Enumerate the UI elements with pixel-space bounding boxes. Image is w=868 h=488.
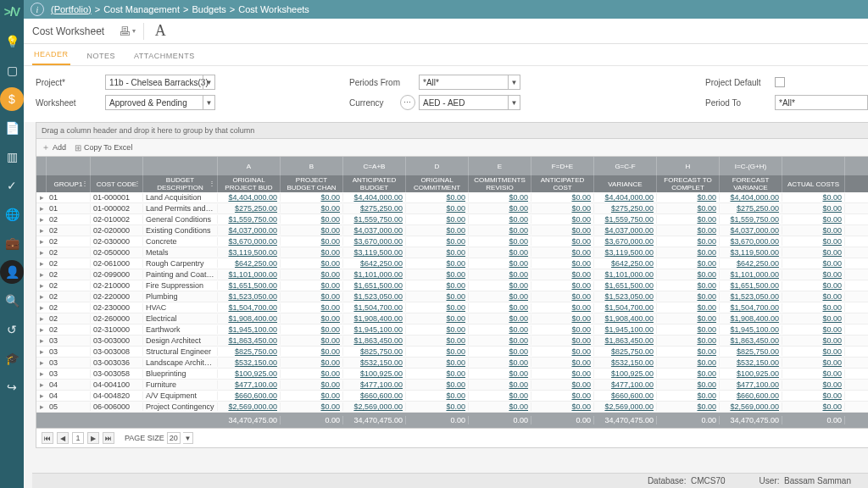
doc-icon[interactable]: 📄 [0, 116, 24, 140]
pager-page[interactable]: 1 [72, 432, 84, 444]
grid-body: ▸0101-000001Land Acquisition$4,404,000.0… [36, 192, 868, 413]
expand-icon[interactable]: ▸ [36, 391, 47, 400]
table-row[interactable]: ▸0202-220000Plumbing$1,523,050.00$0.00$1… [36, 291, 868, 302]
table-row[interactable]: ▸0101-000001Land Acquisition$4,404,000.0… [36, 192, 868, 203]
tabs: HEADER NOTES ATTACHMENTS [24, 44, 868, 66]
search-icon[interactable]: 🔍 [0, 289, 24, 313]
history-icon[interactable]: ↺ [0, 318, 24, 341]
page-title: Cost Worksheet [32, 25, 104, 37]
breadcrumb: i (Portfolio) > Cost Management > Budget… [24, 0, 868, 19]
worksheet-select[interactable]: Approved & Pending▼ [105, 95, 215, 110]
font-button[interactable]: A [149, 21, 171, 42]
bulb-icon[interactable]: 💡 [0, 30, 24, 53]
grid-toolbar: ＋Add ⊞Copy To Excel [36, 139, 868, 157]
pager-prev[interactable]: ◀ [57, 432, 69, 444]
table-row[interactable]: ▸0202-061000Rough Carpentry$642,250.00$0… [36, 258, 868, 269]
project-select[interactable]: 11b - Chelsea Barracks(3)▼ [105, 75, 215, 90]
expand-icon[interactable]: ▸ [36, 358, 47, 367]
table-row[interactable]: ▸0404-004820A/V Equipment$660,600.00$0.0… [36, 391, 868, 402]
group-bar[interactable]: Drag a column header and drop it here to… [36, 123, 868, 139]
currency-picker-button[interactable]: ⋯ [400, 95, 415, 110]
table-row[interactable]: ▸0404-004100Furniture$477,100.00$0.00$47… [36, 380, 868, 391]
pager-next[interactable]: ▶ [87, 432, 99, 444]
table-row[interactable]: ▸0202-030000Concrete$3,670,000.00$0.00$3… [36, 236, 868, 247]
breadcrumb-seg1: Cost Management [103, 4, 180, 14]
globe-icon[interactable]: 🌐 [0, 202, 24, 226]
project-default-checkbox[interactable] [775, 77, 785, 87]
breadcrumb-portfolio[interactable]: (Portfolio) [51, 4, 92, 14]
table-row[interactable]: ▸0202-010002General Conditions$1,559,750… [36, 214, 868, 225]
table-row[interactable]: ▸0202-260000Electrical$1,908,400.00$0.00… [36, 313, 868, 324]
add-button[interactable]: ＋Add [42, 141, 66, 153]
print-button[interactable]: 🖶 [116, 21, 138, 42]
app-logo: >/V [4, 5, 19, 19]
expand-icon[interactable]: ▸ [36, 248, 47, 257]
worksheet-label: Worksheet [36, 98, 105, 108]
expand-icon[interactable]: ▸ [36, 303, 47, 312]
person-icon[interactable]: 👤 [0, 260, 24, 284]
currency-select[interactable]: AED - AED▼ [419, 95, 520, 110]
project-default-label: Project Default [705, 78, 775, 87]
project-label: Project* [36, 78, 105, 87]
dollar-icon[interactable]: $ [0, 87, 24, 111]
briefcase-icon[interactable]: 💼 [0, 231, 24, 255]
expand-icon[interactable]: ▸ [36, 402, 47, 411]
pager: ⏮ ◀ 1 ▶ ⏭ PAGE SIZE 20 ▼ [36, 428, 868, 447]
table-row[interactable]: ▸0101-000002Land Permits and Fees$275,25… [36, 203, 868, 214]
table-row[interactable]: ▸0202-230000HVAC$1,504,700.00$0.00$1,504… [36, 302, 868, 313]
expand-icon[interactable]: ▸ [36, 270, 47, 279]
logout-icon[interactable]: ↪ [0, 375, 24, 399]
table-row[interactable]: ▸0303-003058Blueprinting$100,925.00$0.00… [36, 369, 868, 380]
expand-icon[interactable]: ▸ [36, 193, 47, 202]
status-user: Bassam Samman [784, 476, 851, 485]
table-row[interactable]: ▸0202-020000Existing Conditions$4,037,00… [36, 225, 868, 236]
info-icon[interactable]: i [31, 3, 44, 16]
period-to-select[interactable]: *All*▼ [775, 95, 868, 110]
table-row[interactable]: ▸0303-003008Structural Engineer$825,750.… [36, 347, 868, 358]
expand-icon[interactable]: ▸ [36, 204, 47, 213]
period-to-label: Period To [705, 98, 775, 108]
expand-icon[interactable]: ▸ [36, 292, 47, 301]
form-area: Project* 11b - Chelsea Barracks(3)▼ Peri… [24, 66, 868, 122]
expand-icon[interactable]: ▸ [36, 347, 47, 356]
expand-icon[interactable]: ▸ [36, 325, 47, 334]
table-row[interactable]: ▸0506-006000Project Contingency$2,569,00… [36, 402, 868, 413]
expand-icon[interactable]: ▸ [36, 215, 47, 224]
tab-notes[interactable]: NOTES [86, 47, 118, 65]
expand-icon[interactable]: ▸ [36, 314, 47, 323]
page-size-caret[interactable]: ▼ [183, 432, 193, 444]
check-icon[interactable]: ✓ [0, 174, 24, 197]
breadcrumb-seg3: Cost Worksheets [238, 4, 309, 14]
table-row[interactable]: ▸0202-310000Earthwork$1,945,100.00$0.00$… [36, 324, 868, 336]
table-row[interactable]: ▸0202-210000Fire Suppression$1,651,500.0… [36, 280, 868, 291]
expand-icon[interactable]: ▸ [36, 226, 47, 235]
expand-icon[interactable]: ▸ [36, 237, 47, 246]
grid-band-header: AB C=A+BD EF=D+E G=C-FH I=C-(G+H) [36, 157, 868, 175]
building-icon[interactable]: ▥ [0, 145, 24, 169]
grid-column-header[interactable]: GROUP1⋮ COST CODE⋮ BUDGET DESCRIPTION⋮ O… [36, 175, 868, 192]
clipboard-icon[interactable]: ▢ [0, 58, 24, 82]
table-row[interactable]: ▸0202-050000Metals$3,119,500.00$0.00$3,1… [36, 247, 868, 258]
expand-icon[interactable]: ▸ [36, 336, 47, 345]
expand-icon[interactable]: ▸ [36, 380, 47, 389]
excel-icon: ⊞ [75, 143, 81, 152]
table-row[interactable]: ▸0303-003000Design Architect$1,863,450.0… [36, 336, 868, 347]
pager-last[interactable]: ⏭ [103, 432, 114, 444]
side-rail: >/V 💡 ▢ $ 📄 ▥ ✓ 🌐 💼 👤 🔍 ↺ 🎓 ↪ [0, 0, 24, 488]
table-row[interactable]: ▸0202-099000Painting and Coating$1,101,0… [36, 269, 868, 280]
copy-excel-button[interactable]: ⊞Copy To Excel [75, 141, 132, 153]
status-bar: Database: CMCS70 User: Bassam Samman [32, 473, 868, 488]
expand-icon[interactable]: ▸ [36, 259, 47, 268]
tab-attachments[interactable]: ATTACHMENTS [132, 47, 197, 65]
page-size-value[interactable]: 20 [167, 432, 181, 444]
expand-icon[interactable]: ▸ [36, 369, 47, 378]
pager-first[interactable]: ⏮ [42, 432, 53, 444]
table-row[interactable]: ▸0303-003036Landscape Architect$532,150.… [36, 358, 868, 369]
tab-header[interactable]: HEADER [32, 45, 70, 65]
expand-icon[interactable]: ▸ [36, 281, 47, 290]
periods-from-select[interactable]: *All*▼ [419, 75, 520, 90]
graduation-icon[interactable]: 🎓 [0, 347, 24, 370]
periods-from-label: Periods From [349, 78, 419, 87]
grid-totals: 34,470,475.000.00 34,470,475.000.00 0.00… [36, 413, 868, 428]
currency-label: Currency [349, 98, 400, 108]
